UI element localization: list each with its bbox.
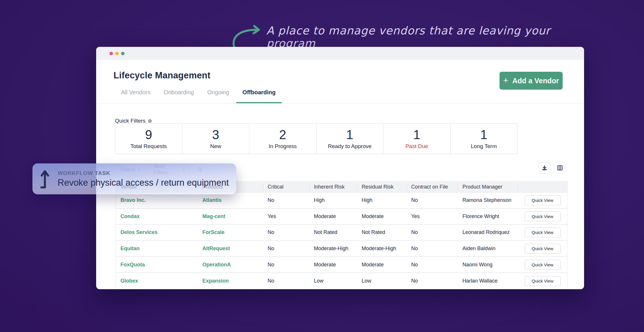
product-manager-value: Aiden Baldwin [458,246,518,252]
critical-value: Yes [263,213,309,220]
vendor-link[interactable]: Equitan [116,246,198,252]
quick-view-button[interactable]: Quick View [525,260,561,270]
stat-label: Ready to Approve [328,143,372,150]
contract-on-file-value: Yes [407,213,458,220]
product-link[interactable]: Mag-cent [198,213,263,220]
contract-on-file-value: No [407,262,458,268]
inherent-risk-value: Moderate [309,213,357,220]
stat-card-long-term[interactable]: 1 Long Term [450,124,517,154]
active-tab-indicator [236,102,281,103]
stat-value: 2 [279,128,286,141]
window-control-close-icon[interactable] [109,52,113,55]
product-manager-value: Leonarad Rodriquez [458,229,518,235]
product-link[interactable]: OperationA [198,262,263,268]
columns-button[interactable] [554,162,566,174]
vendor-link[interactable]: Bravo Inc. [116,197,198,203]
residual-risk-value: Low [357,278,407,284]
columns-icon [557,165,563,171]
workflow-task-title: Revoke physical access / return equipmen… [58,178,229,188]
quick-view-button[interactable]: Quick View [525,211,561,221]
download-button[interactable] [539,162,550,174]
workflow-task-callout: WORKFLOW TASK Revoke physical access / r… [32,163,236,194]
stat-card-new[interactable]: 3 New [182,124,249,154]
stat-card-in-progress[interactable]: 2 In Progress [249,124,316,154]
residual-risk-value: High [357,197,407,203]
column-header-actions [518,181,567,193]
stat-label: In Progress [269,143,297,150]
vendor-link[interactable]: Globex [116,278,198,284]
quick-view-button[interactable]: Quick View [525,244,561,254]
residual-risk-value: Moderate-High [357,246,407,252]
window-control-maximize-icon[interactable] [121,52,125,55]
window-control-minimize-icon[interactable] [115,52,119,55]
annotation-arrow-icon [230,25,264,49]
table-row: Delos Services ForScale No Not Rated Not… [116,225,567,241]
stat-label: New [210,143,221,150]
tab-bar: All Vendors Onboarding Ongoing Offboardi… [115,89,282,103]
workflow-task-text-block: WORKFLOW TASK Revoke physical access / r… [58,170,229,188]
product-manager-value: Harlan Wallace [458,278,518,284]
annotation-caption: A place to manage vendors that are leavi… [266,24,579,50]
quick-filters-heading: Quick Filters ⚙ [115,118,152,124]
stat-value: 1 [346,128,353,141]
add-vendor-button[interactable]: + Add a Vendor [500,72,563,90]
critical-value: No [263,278,309,284]
table-row: Globex Expansion No Low Low No Harlan Wa… [116,273,567,289]
inherent-risk-value: Moderate [309,262,357,268]
inherent-risk-value: Moderate-High [309,246,357,252]
inherent-risk-value: Low [309,278,357,284]
column-header-critical[interactable]: Critical [263,181,309,193]
critical-value: No [263,229,309,235]
workflow-task-label: WORKFLOW TASK [58,170,229,176]
vendor-link[interactable]: Condax [116,213,198,220]
app-header: Lifecycle Management + Add a Vendor All … [96,60,584,104]
inherent-risk-value: High [309,197,357,203]
return-up-arrow-icon [40,169,52,189]
column-header-residual-risk[interactable]: Residual Risk [357,181,407,193]
gear-icon[interactable]: ⚙ [148,118,152,124]
product-link[interactable]: ForScale [198,229,263,235]
tab-all-vendors[interactable]: All Vendors [115,89,156,103]
quick-view-button[interactable]: Quick View [525,276,561,286]
stat-value: 1 [413,128,420,141]
vendor-link[interactable]: FoxQuota [116,262,198,268]
stat-value: 1 [480,128,487,141]
table-row: Equitan AltRequest No Moderate-High Mode… [116,241,567,257]
product-link[interactable]: Atlantis [198,197,263,203]
residual-risk-value: Not Rated [357,229,407,235]
product-link[interactable]: Expansion [198,278,263,284]
quick-view-button[interactable]: Quick View [525,228,561,237]
contract-on-file-value: No [407,229,458,235]
product-link[interactable]: AltRequest [198,246,263,252]
quick-filters-label: Quick Filters [115,118,146,124]
download-icon [541,165,548,171]
contract-on-file-value: No [407,197,458,203]
column-header-product-manager[interactable]: Product Manager [458,181,518,193]
critical-value: No [263,246,309,252]
column-header-contract-on-file[interactable]: Contract on File [407,181,458,193]
vendor-link[interactable]: Delos Services [116,229,198,235]
table-row: Condax Mag-cent Yes Moderate Moderate Ye… [116,209,567,225]
inherent-risk-value: Not Rated [309,229,357,235]
add-vendor-label: Add a Vendor [512,77,559,85]
stat-label: Long Term [471,143,497,150]
stat-card-past-due[interactable]: 1 Past Due [383,124,450,154]
stat-value: 9 [145,128,152,141]
product-manager-value: Naomi Wong [458,262,518,268]
critical-value: No [263,262,309,268]
vendor-table: Vendor Products Critical Inherent Risk R… [116,181,568,289]
contract-on-file-value: No [407,246,458,252]
tab-ongoing[interactable]: Ongoing [201,89,235,103]
quick-view-button[interactable]: Quick View [525,195,561,205]
table-row: FoxQuota OperationA No Moderate Moderate… [116,257,567,273]
contract-on-file-value: No [407,278,458,284]
marketing-canvas: A place to manage vendors that are leavi… [0,0,644,332]
critical-value: No [263,197,309,203]
stat-card-total-requests[interactable]: 9 Total Requests [115,124,182,154]
residual-risk-value: Moderate [357,262,407,268]
stat-card-ready-to-approve[interactable]: 1 Ready to Approve [316,124,383,154]
tab-offboarding[interactable]: Offboarding [236,89,281,103]
tab-onboarding[interactable]: Onboarding [158,89,200,103]
tab-offboarding-label: Offboarding [242,89,275,95]
column-header-inherent-risk[interactable]: Inherent Risk [309,181,357,193]
